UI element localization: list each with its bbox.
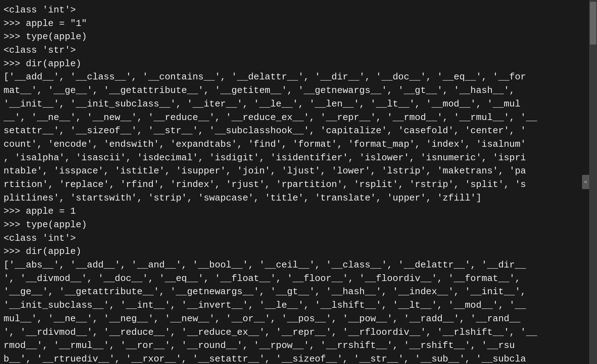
collapse-arrow-button[interactable]: « xyxy=(582,175,589,189)
line-18: <class 'int'> xyxy=(4,233,76,244)
line-5: >>> dir(apple) xyxy=(4,58,81,69)
line-6: ['__add__', '__class__', '__contains__',… xyxy=(4,72,537,203)
terminal-output: <class 'int'> >>> apple = "1" >>> type(a… xyxy=(4,4,597,364)
line-16: >>> apple = 1 xyxy=(4,206,76,217)
line-2: >>> apple = "1" xyxy=(4,18,87,29)
collapse-icon: « xyxy=(584,178,587,186)
scrollbar-thumb[interactable] xyxy=(590,2,596,45)
line-3: >>> type(apple) xyxy=(4,31,87,42)
line-19: >>> dir(apple) xyxy=(4,246,81,257)
line-1: <class 'int'> xyxy=(4,5,76,15)
line-20: ['__abs__', '__add__', '__and__', '__boo… xyxy=(4,260,537,364)
terminal-window[interactable]: <class 'int'> >>> apple = "1" >>> type(a… xyxy=(0,0,597,364)
scrollbar[interactable] xyxy=(589,0,597,364)
line-4: <class 'str'> xyxy=(4,45,76,56)
line-17: >>> type(apple) xyxy=(4,219,87,230)
